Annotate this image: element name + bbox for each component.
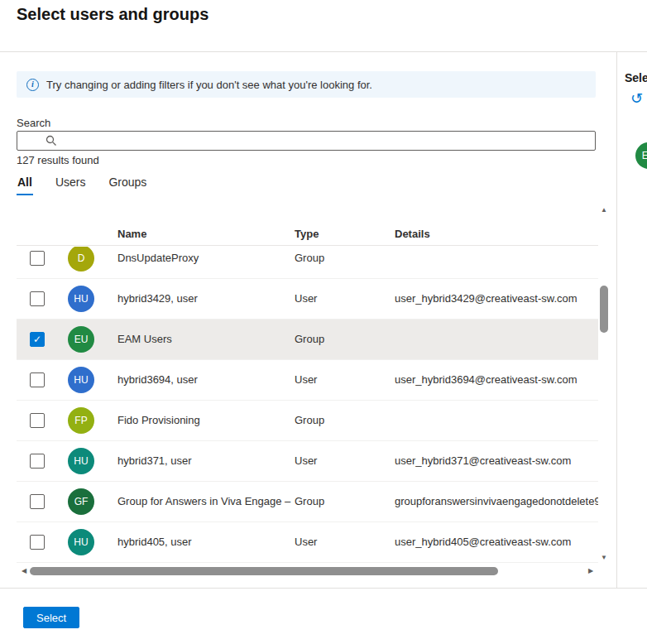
- selected-items-title: Sele: [625, 71, 647, 84]
- row-name: hybrid3694, user: [117, 373, 291, 386]
- horizontal-scrollbar-thumb[interactable]: [30, 567, 498, 575]
- row-checkbox[interactable]: [30, 291, 45, 306]
- row-type: User: [295, 373, 386, 386]
- page-title: Select users and groups: [17, 5, 208, 24]
- avatar: FP: [68, 407, 94, 434]
- avatar: HU: [68, 529, 94, 555]
- header-divider: [0, 51, 647, 52]
- info-icon: i: [26, 79, 39, 91]
- table-viewport: D DnsUpdateProxy Group HU hybrid3429, us…: [17, 247, 598, 565]
- panel-divider: [616, 51, 617, 588]
- row-details: groupforanswersinvivaengagedonotdelete9: [395, 495, 598, 507]
- row-name: EAM Users: [117, 333, 291, 345]
- tab-users[interactable]: Users: [55, 174, 87, 195]
- results-count: 127 results found: [17, 154, 99, 166]
- row-details: user_hybrid3694@creativeast-sw.com: [395, 373, 598, 386]
- row-checkbox[interactable]: [30, 372, 45, 387]
- horizontal-scrollbar[interactable]: ◀ ▶: [17, 565, 598, 577]
- undo-icon[interactable]: ↺: [630, 91, 643, 106]
- info-banner-text: Try changing or adding filters if you do…: [46, 79, 372, 91]
- row-name: hybrid405, user: [117, 536, 291, 548]
- row-type: User: [295, 292, 386, 305]
- row-checkbox[interactable]: [30, 494, 45, 509]
- row-checkbox[interactable]: [30, 535, 45, 550]
- row-type: User: [295, 454, 386, 467]
- table-row[interactable]: HU hybrid3429, user User user_hybrid3429…: [17, 279, 598, 320]
- scroll-down-arrow-icon[interactable]: ▼: [598, 552, 610, 564]
- row-name: hybrid3429, user: [117, 292, 291, 305]
- row-checkbox[interactable]: [30, 251, 45, 266]
- side-panel-avatar: EU: [635, 142, 647, 169]
- row-type: Group: [295, 252, 386, 264]
- row-type: Group: [295, 333, 386, 345]
- avatar: HU: [68, 448, 94, 474]
- search-icon: [46, 135, 57, 147]
- row-details: user_hybrid405@creativeast-sw.com: [395, 536, 598, 548]
- row-name: Group for Answers in Viva Engage –: [117, 495, 291, 507]
- select-users-groups-dialog: Select users and groups i Try changing o…: [0, 0, 647, 644]
- row-details: user_hybrid371@creativeast-sw.com: [395, 454, 598, 467]
- column-header-type: Type: [295, 228, 319, 240]
- info-banner: i Try changing or adding filters if you …: [17, 71, 596, 98]
- search-box[interactable]: [17, 131, 596, 151]
- table-header: Name Type Details: [17, 203, 598, 246]
- table-row[interactable]: FP Fido Provisioning Group: [17, 401, 598, 441]
- table-row[interactable]: ✓ EU EAM Users Group: [17, 320, 598, 360]
- row-name: hybrid371, user: [117, 454, 291, 467]
- scroll-left-arrow-icon[interactable]: ◀: [18, 565, 30, 577]
- row-checkbox[interactable]: ✓: [30, 332, 45, 347]
- tab-all[interactable]: All: [17, 174, 33, 195]
- avatar: HU: [68, 286, 94, 312]
- table-row[interactable]: HU hybrid371, user User user_hybrid371@c…: [17, 441, 598, 482]
- row-details: user_hybrid3429@creativeast-sw.com: [395, 292, 598, 305]
- avatar: GF: [68, 488, 94, 515]
- row-type: User: [295, 536, 386, 548]
- column-header-name: Name: [117, 228, 146, 240]
- avatar: HU: [68, 367, 94, 393]
- search-input[interactable]: [60, 132, 582, 149]
- tab-groups[interactable]: Groups: [108, 174, 147, 195]
- search-label: Search: [17, 117, 50, 129]
- table-row[interactable]: HU hybrid405, user User user_hybrid405@c…: [17, 522, 598, 563]
- avatar: D: [68, 247, 94, 272]
- table-body: D DnsUpdateProxy Group HU hybrid3429, us…: [17, 247, 598, 563]
- avatar: EU: [68, 326, 94, 353]
- results-table: Name Type Details D DnsUpdateProxy Group…: [17, 203, 610, 577]
- table-row[interactable]: GF Group for Answers in Viva Engage – Gr…: [17, 482, 598, 522]
- column-header-details: Details: [395, 228, 430, 240]
- row-name: DnsUpdateProxy: [117, 252, 291, 264]
- scroll-right-arrow-icon[interactable]: ▶: [585, 565, 597, 577]
- select-button[interactable]: Select: [23, 607, 79, 628]
- row-type: Group: [295, 414, 386, 426]
- footer-divider: [0, 588, 647, 589]
- row-name: Fido Provisioning: [117, 414, 291, 426]
- filter-tabs: All Users Groups: [17, 174, 147, 195]
- vertical-scrollbar-thumb[interactable]: [600, 286, 608, 333]
- vertical-scrollbar[interactable]: ▲ ▼: [598, 203, 610, 565]
- table-row[interactable]: D DnsUpdateProxy Group: [17, 247, 598, 279]
- row-checkbox[interactable]: [30, 454, 45, 469]
- table-row[interactable]: HU hybrid3694, user User user_hybrid3694…: [17, 360, 598, 401]
- row-checkbox[interactable]: [30, 413, 45, 428]
- row-type: Group: [295, 495, 386, 507]
- scroll-up-arrow-icon[interactable]: ▲: [598, 204, 610, 216]
